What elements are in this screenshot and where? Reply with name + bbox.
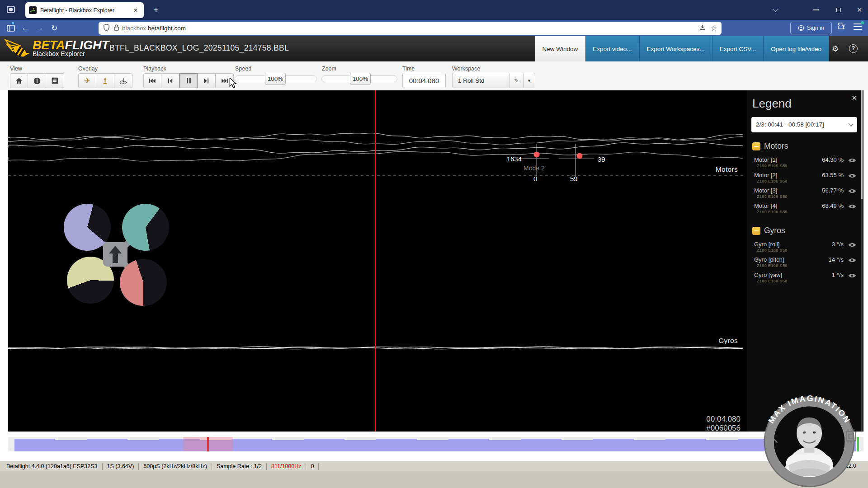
list-tabs-icon[interactable] bbox=[765, 0, 786, 20]
export-video-button[interactable]: Export video... bbox=[585, 36, 639, 61]
firmware-info: Betaflight 4.4.0 (120a1a6) ESP32S3 bbox=[0, 463, 103, 470]
jump-start-button[interactable] bbox=[143, 73, 161, 88]
legend-field-row[interactable]: Motor [1] Z100 E100 S50 64.30 % bbox=[754, 155, 858, 171]
legend-field-row[interactable]: Motor [4] Z100 E100 S50 68.49 % bbox=[754, 202, 858, 217]
extensions-puzzle-icon[interactable] bbox=[837, 22, 845, 32]
yaw-value: 0 bbox=[533, 175, 537, 183]
overlay-button-group: ✈ bbox=[78, 73, 132, 88]
eye-icon[interactable] bbox=[848, 172, 856, 180]
motors-section-label: Motors bbox=[716, 165, 738, 174]
home-icon bbox=[15, 77, 23, 84]
sign-in-button[interactable]: Sign in bbox=[790, 22, 832, 34]
bookmark-star-icon[interactable]: ☆ bbox=[711, 24, 717, 33]
time-input[interactable] bbox=[402, 73, 446, 88]
eye-icon[interactable] bbox=[848, 272, 856, 280]
window-close-button[interactable]: ✕ bbox=[849, 0, 868, 20]
menu-icon[interactable] bbox=[854, 23, 862, 30]
craft-overlay bbox=[68, 206, 167, 303]
prev-frame-button[interactable] bbox=[161, 73, 179, 88]
craft-center bbox=[103, 242, 127, 267]
legend-scrollbar[interactable] bbox=[861, 90, 863, 432]
view-label: View bbox=[10, 66, 22, 72]
eye-icon[interactable] bbox=[848, 257, 856, 265]
next-frame-button[interactable] bbox=[198, 73, 216, 88]
workspace-select[interactable]: 1 Roll Std bbox=[452, 73, 510, 88]
tab-close-icon[interactable]: ✕ bbox=[131, 6, 140, 14]
legend-close-icon[interactable]: ✕ bbox=[851, 94, 857, 102]
seekbar-activity-fill bbox=[14, 440, 856, 451]
help-icon[interactable]: ? bbox=[849, 44, 858, 53]
eye-icon[interactable] bbox=[848, 157, 856, 165]
new-tab-button[interactable]: + bbox=[149, 4, 163, 16]
shield-icon[interactable] bbox=[103, 23, 110, 33]
analyser-overlay-button[interactable] bbox=[114, 73, 132, 88]
log-graph-area[interactable]: 1634 Mode 2 0 39 59 Motors Gyros 00:04.0… bbox=[8, 90, 863, 432]
legend-field-row[interactable]: Gyro [roll] Z100 E100 S50 3 °/s bbox=[754, 240, 858, 255]
flight-mode-label: Mode 2 bbox=[524, 164, 545, 172]
legend-panel: ✕ Legend 2/3: 00:41 - 00:58 [00:17] Moto… bbox=[747, 90, 863, 432]
motors-group-header[interactable]: Motors bbox=[752, 141, 858, 151]
seekbar[interactable] bbox=[8, 437, 863, 451]
step-back-icon bbox=[167, 78, 173, 84]
eye-icon[interactable] bbox=[848, 203, 856, 211]
legend-field-row[interactable]: Gyro [pitch] Z100 E100 S50 14 °/s bbox=[754, 255, 858, 271]
sidebar-toggle-icon[interactable] bbox=[4, 22, 18, 34]
url-text: blackbox.betaflight.com bbox=[122, 25, 699, 32]
workspace-edit-button[interactable]: ✎ bbox=[510, 73, 524, 88]
window-minimize-button[interactable] bbox=[806, 0, 826, 20]
export-workspaces-button[interactable]: Export Workspaces... bbox=[640, 36, 712, 61]
battery-info: 1S (3.64V) bbox=[103, 463, 139, 470]
menu-notification-dot bbox=[861, 21, 864, 24]
control-bar: View Overlay ✈ Playback bbox=[0, 61, 868, 90]
throttle-raw-value: 1634 bbox=[501, 155, 522, 163]
browser-tab[interactable]: Betaflight - Blackbox Explorer ✕ bbox=[25, 2, 144, 18]
zoom-label: Zoom bbox=[322, 66, 336, 72]
log-info-button[interactable] bbox=[28, 73, 46, 88]
eye-icon[interactable] bbox=[848, 188, 856, 196]
sticks-overlay-button[interactable] bbox=[96, 73, 114, 88]
open-log-button[interactable]: Open log file/video bbox=[764, 36, 829, 61]
log-selector-dropdown[interactable]: 2/3: 00:41 - 00:58 [00:17] bbox=[751, 117, 857, 132]
sample-rate-info: Sample Rate : 1/2 bbox=[212, 463, 267, 470]
save-page-icon[interactable] bbox=[699, 24, 706, 33]
craft-overlay-button[interactable]: ✈ bbox=[78, 73, 96, 88]
lock-icon[interactable] bbox=[113, 24, 119, 33]
legend-field-row[interactable]: Motor [3] Z100 E100 S50 56.77 % bbox=[754, 186, 858, 202]
motor2-disc bbox=[122, 204, 169, 251]
settings-gear-icon[interactable]: ⚙ bbox=[832, 44, 839, 54]
speed-slider-handle[interactable]: 100% bbox=[265, 73, 286, 85]
firefox-view-icon[interactable] bbox=[5, 5, 17, 15]
gyros-group-header[interactable]: Gyros bbox=[752, 226, 858, 235]
pause-button[interactable] bbox=[179, 73, 198, 88]
pencil-icon: ✎ bbox=[514, 77, 519, 84]
skip-start-icon bbox=[149, 78, 156, 84]
zoom-slider-handle[interactable]: 100% bbox=[350, 73, 371, 85]
info-icon bbox=[33, 77, 41, 84]
legend-field-row[interactable]: Motor [2] Z100 E100 S50 63.55 % bbox=[754, 171, 858, 186]
zoom-slider[interactable]: 100% bbox=[321, 75, 397, 82]
export-csv-button[interactable]: Export CSV... bbox=[712, 36, 764, 61]
logo-wordmark: BETAFLIGHT bbox=[33, 39, 109, 51]
url-bar[interactable]: blackbox.betaflight.com ☆ bbox=[99, 22, 722, 35]
eye-icon[interactable] bbox=[848, 241, 856, 249]
header-table-button[interactable] bbox=[46, 73, 64, 88]
seekbar-playhead[interactable] bbox=[207, 437, 209, 451]
workspace-label: Workspace bbox=[452, 66, 480, 72]
log-filename: BTFL_BLACKBOX_LOG_20251105_214758.BBL bbox=[109, 43, 289, 53]
workspace-dropdown-button[interactable]: ▾ bbox=[524, 73, 535, 88]
speed-slider[interactable]: 100% bbox=[235, 75, 317, 82]
collapse-icon[interactable] bbox=[752, 142, 760, 150]
screen: Betaflight - Blackbox Explorer ✕ + ✕ ← →… bbox=[0, 0, 868, 488]
gyros-section-label: Gyros bbox=[718, 337, 738, 345]
pause-icon bbox=[186, 78, 191, 84]
reload-button[interactable]: ↻ bbox=[47, 22, 61, 34]
collapse-icon[interactable] bbox=[752, 227, 760, 235]
forward-button[interactable]: → bbox=[33, 22, 47, 34]
new-window-button[interactable]: New Window bbox=[535, 36, 586, 61]
index-info: 0 bbox=[306, 463, 319, 470]
window-restore-button[interactable] bbox=[828, 0, 849, 20]
sticks-icon bbox=[102, 77, 108, 84]
graph-view-button[interactable] bbox=[10, 73, 28, 88]
back-button[interactable]: ← bbox=[18, 22, 33, 34]
legend-field-row[interactable]: Gyro [yaw] Z100 E100 S50 1 °/s bbox=[754, 271, 858, 286]
